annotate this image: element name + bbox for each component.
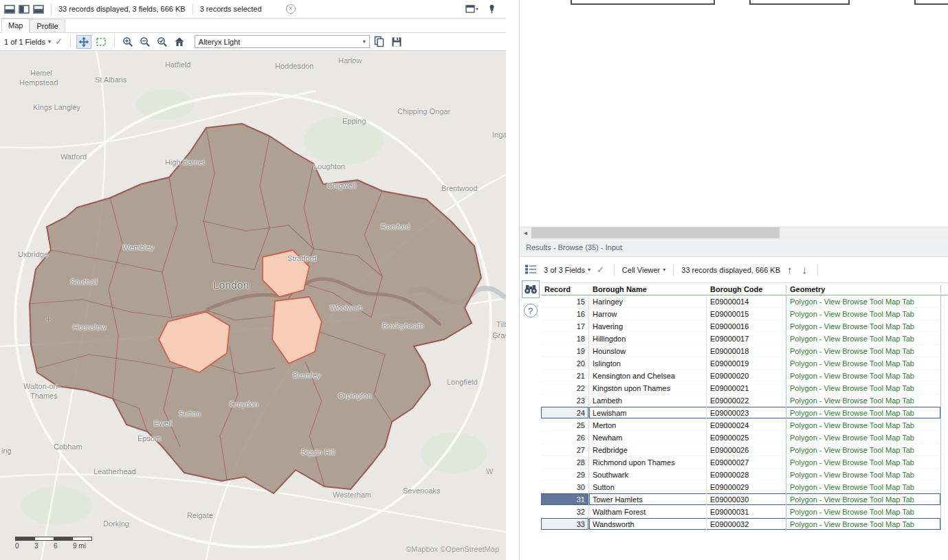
borough-name-cell[interactable]: Harrow [589, 308, 707, 320]
borough-name-cell[interactable]: Lewisham [589, 407, 707, 419]
geometry-link[interactable]: Polygon - View Browse Tool Map Tab [786, 370, 941, 382]
zoom-in-button[interactable] [120, 35, 135, 49]
borough-name-cell[interactable]: Wandsworth [589, 518, 707, 530]
geometry-link[interactable]: Polygon - View Browse Tool Map Tab [786, 469, 941, 481]
borough-code-cell[interactable]: E09000029 [707, 481, 786, 493]
table-row[interactable]: 27RedbridgeE09000026Polygon - View Brows… [541, 444, 948, 456]
record-cell[interactable]: 23 [541, 394, 589, 407]
pane-splitter[interactable] [506, 0, 519, 560]
previous-selected-record-button[interactable]: ↑ [784, 264, 795, 276]
geometry-link[interactable]: Polygon - View Browse Tool Map Tab [786, 382, 941, 394]
borough-code-cell[interactable]: E09000028 [707, 469, 786, 481]
record-cell[interactable]: 31 [541, 493, 589, 506]
geometry-link[interactable]: Polygon - View Browse Tool Map Tab [786, 506, 941, 518]
table-row[interactable]: 18HillingdonE09000017Polygon - View Brow… [541, 333, 948, 345]
table-row[interactable]: 28Richmond upon ThamesE09000027Polygon -… [541, 456, 948, 469]
zoom-home-button[interactable] [172, 35, 187, 49]
record-cell[interactable]: 33 [541, 518, 589, 530]
scroll-left-arrow[interactable]: ◄ [520, 227, 531, 238]
table-row[interactable]: 15HaringeyE09000014Polygon - View Browse… [541, 295, 948, 308]
table-row[interactable]: 25MertonE09000024Polygon - View Browse T… [541, 419, 948, 432]
borough-code-cell[interactable]: E09000014 [707, 295, 786, 308]
basemap-select[interactable]: Alteryx Light ▾ [195, 35, 370, 48]
borough-code-cell[interactable]: E09000026 [707, 444, 786, 456]
borough-name-cell[interactable]: Richmond upon Thames [589, 456, 707, 469]
borough-code-cell[interactable]: E09000015 [707, 308, 786, 320]
borough-name-cell[interactable]: Merton [589, 419, 707, 432]
select-region-tool-button[interactable] [93, 35, 109, 49]
column-header-borough-code[interactable]: Borough Code [707, 285, 786, 293]
fields-dropdown[interactable]: 1 of 1 Fields ▾ [4, 38, 51, 46]
pin-icon[interactable] [487, 4, 496, 14]
geometry-link[interactable]: Polygon - View Browse Tool Map Tab [786, 419, 941, 432]
geometry-link[interactable]: Polygon - View Browse Tool Map Tab [786, 481, 941, 493]
borough-code-cell[interactable]: E09000025 [707, 432, 786, 444]
scrollbar-thumb[interactable] [531, 227, 780, 238]
layout-single-pane-button[interactable] [4, 5, 15, 14]
save-map-button[interactable] [389, 35, 404, 49]
record-cell[interactable]: 19 [541, 345, 589, 357]
record-cell[interactable]: 29 [541, 469, 589, 481]
next-selected-record-button[interactable]: ↓ [800, 264, 811, 276]
table-row[interactable]: 17HaveringE09000016Polygon - View Browse… [541, 320, 948, 333]
geometry-link[interactable]: Polygon - View Browse Tool Map Tab [786, 357, 941, 370]
borough-name-cell[interactable]: Hounslow [589, 345, 707, 357]
column-header-borough-name[interactable]: Borough Name [589, 285, 707, 293]
open-new-window-icon[interactable] [465, 5, 479, 14]
help-icon[interactable]: ? [524, 304, 538, 317]
table-row[interactable]: 16HarrowE09000015Polygon - View Browse T… [541, 308, 948, 320]
tab-profile[interactable]: Profile [30, 19, 65, 32]
borough-code-cell[interactable]: E09000021 [707, 382, 786, 394]
geometry-link[interactable]: Polygon - View Browse Tool Map Tab [786, 345, 941, 357]
record-cell[interactable]: 16 [541, 308, 589, 320]
table-row[interactable]: 22Kingston upon ThamesE09000021Polygon -… [541, 382, 948, 394]
borough-name-cell[interactable]: Sutton [589, 481, 707, 493]
table-row[interactable]: 23LambethE09000022Polygon - View Browse … [541, 394, 948, 407]
table-row[interactable]: 21Kensington and ChelseaE09000020Polygon… [541, 370, 948, 382]
table-row[interactable]: 31Tower HamletsE09000030Polygon - View B… [541, 493, 948, 506]
record-cell[interactable]: 17 [541, 320, 589, 333]
geometry-link[interactable]: Polygon - View Browse Tool Map Tab [786, 444, 941, 456]
record-cell[interactable]: 28 [541, 456, 589, 469]
record-cell[interactable]: 32 [541, 506, 589, 518]
table-row[interactable]: 26NewhamE09000025Polygon - View Browse T… [541, 432, 948, 444]
geometry-link[interactable]: Polygon - View Browse Tool Map Tab [786, 432, 941, 444]
workflow-canvas[interactable] [520, 0, 948, 227]
borough-code-cell[interactable]: E09000030 [707, 493, 786, 506]
record-cell[interactable]: 15 [541, 295, 589, 308]
layout-vertical-split-button[interactable] [19, 5, 30, 14]
table-row[interactable]: 29SouthwarkE09000028Polygon - View Brows… [541, 469, 948, 481]
borough-name-cell[interactable]: Lambeth [589, 394, 707, 407]
geometry-link[interactable]: Polygon - View Browse Tool Map Tab [786, 407, 941, 419]
zoom-out-button[interactable] [137, 35, 153, 49]
borough-name-cell[interactable]: Hillingdon [589, 333, 707, 345]
borough-code-cell[interactable]: E09000016 [707, 320, 786, 333]
column-header-record[interactable]: Record [541, 285, 589, 293]
borough-name-cell[interactable]: Newham [589, 432, 707, 444]
borough-name-cell[interactable]: Southwark [589, 469, 707, 481]
borough-code-cell[interactable]: E09000022 [707, 394, 786, 407]
copy-map-button[interactable] [372, 35, 387, 49]
table-row[interactable]: 24LewishamE09000023Polygon - View Browse… [541, 407, 948, 419]
table-row[interactable]: 19HounslowE09000018Polygon - View Browse… [541, 345, 948, 357]
record-cell[interactable]: 26 [541, 432, 589, 444]
geometry-link[interactable]: Polygon - View Browse Tool Map Tab [786, 518, 941, 530]
borough-name-cell[interactable]: Kingston upon Thames [589, 382, 707, 394]
clear-selection-icon[interactable]: × [286, 4, 296, 14]
geometry-link[interactable]: Polygon - View Browse Tool Map Tab [786, 320, 941, 333]
column-header-geometry[interactable]: Geometry [786, 285, 941, 293]
borough-name-cell[interactable]: Redbridge [589, 444, 707, 456]
results-fields-dropdown[interactable]: 3 of 3 Fields ▾ [544, 266, 591, 274]
borough-name-cell[interactable]: Haringey [589, 295, 707, 308]
zoom-to-selection-button[interactable] [155, 35, 170, 49]
borough-name-cell[interactable]: Waltham Forest [589, 506, 707, 518]
geometry-link[interactable]: Polygon - View Browse Tool Map Tab [786, 456, 941, 469]
record-cell[interactable]: 21 [541, 370, 589, 382]
borough-code-cell[interactable]: E09000019 [707, 357, 786, 370]
record-cell[interactable]: 27 [541, 444, 589, 456]
borough-code-cell[interactable]: E09000018 [707, 345, 786, 357]
geometry-link[interactable]: Polygon - View Browse Tool Map Tab [786, 295, 941, 308]
borough-code-cell[interactable]: E09000020 [707, 370, 786, 382]
record-cell[interactable]: 30 [541, 481, 589, 493]
layout-horizontal-split-button[interactable] [33, 5, 44, 14]
